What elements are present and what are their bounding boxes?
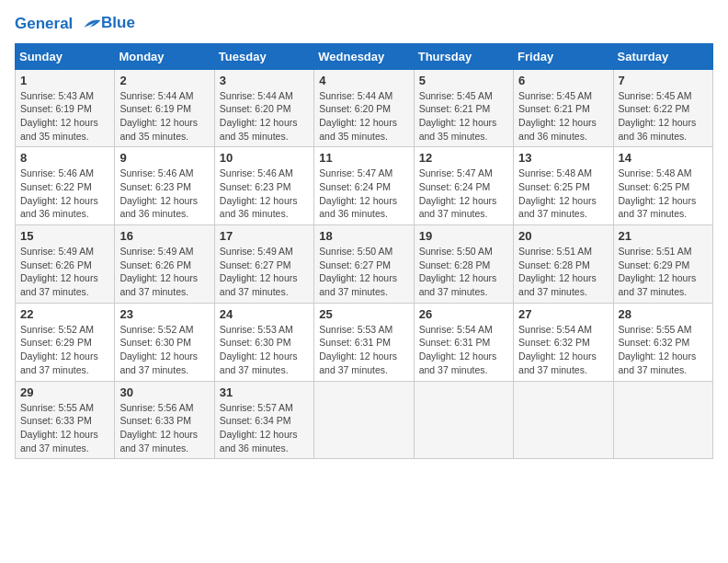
- day-number: 6: [518, 74, 608, 87]
- day-info: Sunrise: 5:54 AM Sunset: 6:32 PM Dayligh…: [518, 323, 608, 377]
- day-number: 8: [20, 151, 109, 165]
- day-info: Sunrise: 5:46 AM Sunset: 6:22 PM Dayligh…: [20, 167, 109, 221]
- calendar-week-row: 15Sunrise: 5:49 AM Sunset: 6:26 PM Dayli…: [16, 225, 713, 304]
- calendar-day-3: 3Sunrise: 5:44 AM Sunset: 6:20 PM Daylig…: [214, 69, 313, 147]
- day-number: 27: [518, 307, 608, 321]
- day-info: Sunrise: 5:49 AM Sunset: 6:26 PM Dayligh…: [20, 245, 109, 299]
- calendar-day-23: 23Sunrise: 5:52 AM Sunset: 6:30 PM Dayli…: [115, 303, 214, 381]
- day-number: 3: [220, 74, 309, 87]
- day-number: 26: [419, 307, 508, 321]
- day-number: 7: [619, 74, 708, 87]
- calendar-day-21: 21Sunrise: 5:51 AM Sunset: 6:29 PM Dayli…: [613, 225, 712, 304]
- day-info: Sunrise: 5:52 AM Sunset: 6:29 PM Dayligh…: [20, 323, 109, 377]
- day-info: Sunrise: 5:45 AM Sunset: 6:21 PM Dayligh…: [518, 89, 608, 144]
- day-number: 29: [20, 385, 109, 399]
- day-info: Sunrise: 5:54 AM Sunset: 6:31 PM Dayligh…: [419, 323, 508, 377]
- day-number: 15: [20, 229, 109, 243]
- calendar-day-4: 4Sunrise: 5:44 AM Sunset: 6:20 PM Daylig…: [314, 69, 414, 147]
- calendar-day-31: 31Sunrise: 5:57 AM Sunset: 6:34 PM Dayli…: [214, 381, 313, 459]
- calendar-empty-cell: [613, 381, 712, 459]
- calendar-day-10: 10Sunrise: 5:46 AM Sunset: 6:23 PM Dayli…: [214, 147, 313, 225]
- calendar-empty-cell: [414, 381, 513, 459]
- logo-text-general: General: [15, 15, 73, 32]
- day-number: 5: [419, 74, 508, 87]
- day-number: 16: [119, 229, 209, 243]
- header-friday: Friday: [514, 43, 613, 69]
- day-info: Sunrise: 5:52 AM Sunset: 6:30 PM Dayligh…: [119, 323, 209, 377]
- day-info: Sunrise: 5:50 AM Sunset: 6:28 PM Dayligh…: [419, 245, 508, 299]
- day-number: 21: [619, 229, 708, 243]
- day-info: Sunrise: 5:44 AM Sunset: 6:20 PM Dayligh…: [319, 89, 408, 144]
- calendar-day-27: 27Sunrise: 5:54 AM Sunset: 6:32 PM Dayli…: [514, 303, 613, 381]
- day-number: 12: [419, 151, 508, 165]
- header-monday: Monday: [115, 43, 214, 69]
- calendar-week-row: 22Sunrise: 5:52 AM Sunset: 6:29 PM Dayli…: [16, 303, 713, 381]
- calendar-day-11: 11Sunrise: 5:47 AM Sunset: 6:24 PM Dayli…: [314, 147, 414, 225]
- header-thursday: Thursday: [414, 43, 513, 69]
- calendar-day-20: 20Sunrise: 5:51 AM Sunset: 6:28 PM Dayli…: [514, 225, 613, 304]
- day-number: 10: [220, 151, 309, 165]
- day-number: 25: [319, 307, 408, 321]
- calendar-day-12: 12Sunrise: 5:47 AM Sunset: 6:24 PM Dayli…: [414, 147, 513, 225]
- calendar-day-16: 16Sunrise: 5:49 AM Sunset: 6:26 PM Dayli…: [115, 225, 214, 304]
- calendar-week-row: 29Sunrise: 5:55 AM Sunset: 6:33 PM Dayli…: [16, 381, 713, 459]
- day-number: 23: [119, 307, 209, 321]
- day-info: Sunrise: 5:47 AM Sunset: 6:24 PM Dayligh…: [419, 167, 508, 221]
- day-info: Sunrise: 5:47 AM Sunset: 6:24 PM Dayligh…: [319, 167, 408, 221]
- calendar-empty-cell: [314, 381, 414, 459]
- day-info: Sunrise: 5:45 AM Sunset: 6:21 PM Dayligh…: [419, 89, 508, 144]
- day-number: 17: [220, 229, 309, 243]
- calendar-day-26: 26Sunrise: 5:54 AM Sunset: 6:31 PM Dayli…: [414, 303, 513, 381]
- logo-text-blue: Blue: [101, 14, 135, 32]
- day-number: 14: [619, 151, 708, 165]
- logo-bird-icon: [79, 16, 101, 34]
- calendar-empty-cell: [514, 381, 613, 459]
- day-number: 30: [119, 385, 209, 399]
- day-info: Sunrise: 5:57 AM Sunset: 6:34 PM Dayligh…: [220, 401, 309, 455]
- calendar-day-15: 15Sunrise: 5:49 AM Sunset: 6:26 PM Dayli…: [16, 225, 115, 304]
- calendar-day-28: 28Sunrise: 5:55 AM Sunset: 6:32 PM Dayli…: [613, 303, 712, 381]
- header-saturday: Saturday: [613, 43, 712, 69]
- day-number: 31: [220, 385, 309, 399]
- day-info: Sunrise: 5:49 AM Sunset: 6:27 PM Dayligh…: [220, 245, 309, 299]
- calendar-day-30: 30Sunrise: 5:56 AM Sunset: 6:33 PM Dayli…: [115, 381, 214, 459]
- day-number: 2: [119, 74, 209, 87]
- day-number: 19: [419, 229, 508, 243]
- day-number: 24: [220, 307, 309, 321]
- day-info: Sunrise: 5:45 AM Sunset: 6:22 PM Dayligh…: [619, 89, 708, 144]
- day-number: 1: [20, 74, 109, 87]
- calendar-day-29: 29Sunrise: 5:55 AM Sunset: 6:33 PM Dayli…: [16, 381, 115, 459]
- calendar-day-22: 22Sunrise: 5:52 AM Sunset: 6:29 PM Dayli…: [16, 303, 115, 381]
- day-number: 22: [20, 307, 109, 321]
- calendar-day-17: 17Sunrise: 5:49 AM Sunset: 6:27 PM Dayli…: [214, 225, 313, 304]
- header-tuesday: Tuesday: [214, 43, 313, 69]
- day-info: Sunrise: 5:48 AM Sunset: 6:25 PM Dayligh…: [619, 167, 708, 221]
- calendar-day-6: 6Sunrise: 5:45 AM Sunset: 6:21 PM Daylig…: [514, 69, 613, 147]
- logo: General Blue: [15, 15, 135, 34]
- calendar-day-8: 8Sunrise: 5:46 AM Sunset: 6:22 PM Daylig…: [16, 147, 115, 225]
- calendar-week-row: 8Sunrise: 5:46 AM Sunset: 6:22 PM Daylig…: [16, 147, 713, 225]
- day-info: Sunrise: 5:56 AM Sunset: 6:33 PM Dayligh…: [119, 401, 209, 455]
- calendar-day-24: 24Sunrise: 5:53 AM Sunset: 6:30 PM Dayli…: [214, 303, 313, 381]
- calendar-week-row: 1Sunrise: 5:43 AM Sunset: 6:19 PM Daylig…: [16, 69, 713, 147]
- day-info: Sunrise: 5:53 AM Sunset: 6:31 PM Dayligh…: [319, 323, 408, 377]
- day-number: 11: [319, 151, 408, 165]
- day-info: Sunrise: 5:48 AM Sunset: 6:25 PM Dayligh…: [518, 167, 608, 221]
- day-info: Sunrise: 5:46 AM Sunset: 6:23 PM Dayligh…: [119, 167, 209, 221]
- day-number: 18: [319, 229, 408, 243]
- calendar-header-row: SundayMondayTuesdayWednesdayThursdayFrid…: [16, 43, 713, 69]
- day-number: 9: [119, 151, 209, 165]
- day-number: 4: [319, 74, 408, 87]
- calendar-day-13: 13Sunrise: 5:48 AM Sunset: 6:25 PM Dayli…: [514, 147, 613, 225]
- calendar-day-1: 1Sunrise: 5:43 AM Sunset: 6:19 PM Daylig…: [16, 69, 115, 147]
- calendar-day-19: 19Sunrise: 5:50 AM Sunset: 6:28 PM Dayli…: [414, 225, 513, 304]
- header-sunday: Sunday: [16, 43, 115, 69]
- page-header: General Blue: [15, 15, 713, 34]
- day-number: 20: [518, 229, 608, 243]
- calendar-day-7: 7Sunrise: 5:45 AM Sunset: 6:22 PM Daylig…: [613, 69, 712, 147]
- day-info: Sunrise: 5:43 AM Sunset: 6:19 PM Dayligh…: [20, 89, 109, 144]
- day-info: Sunrise: 5:51 AM Sunset: 6:29 PM Dayligh…: [619, 245, 708, 299]
- day-number: 28: [619, 307, 708, 321]
- day-info: Sunrise: 5:46 AM Sunset: 6:23 PM Dayligh…: [220, 167, 309, 221]
- day-info: Sunrise: 5:50 AM Sunset: 6:27 PM Dayligh…: [319, 245, 408, 299]
